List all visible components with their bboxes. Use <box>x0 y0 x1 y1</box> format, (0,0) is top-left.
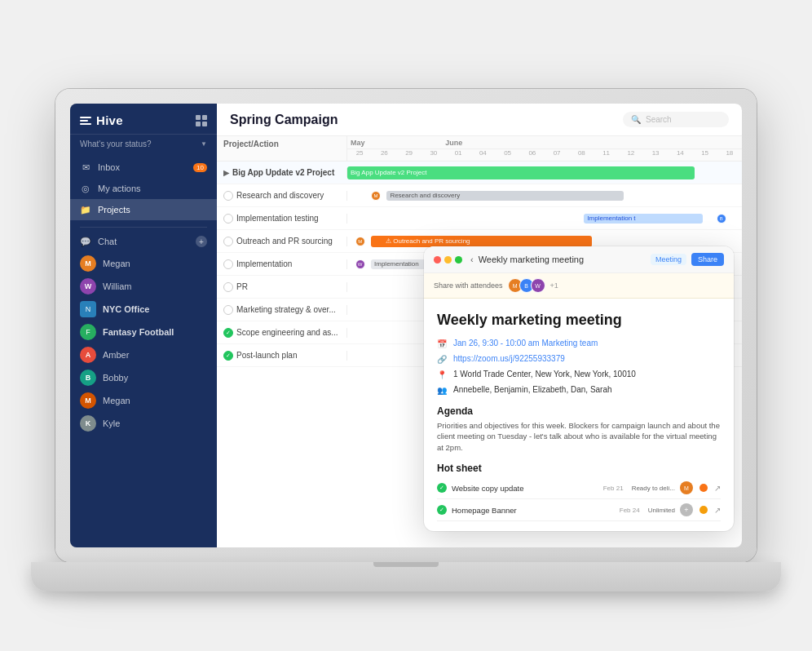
laptop-base <box>31 562 781 591</box>
group-item-fantasy[interactable]: F Fantasy Football <box>70 321 217 343</box>
row-label: Marketing strategy & over... <box>217 305 347 315</box>
my-actions-label: My actions <box>98 184 141 193</box>
folder-icon: ▶ <box>223 169 229 177</box>
bar-label: Research and discovery <box>386 192 463 199</box>
status-placeholder: What's your status? <box>80 140 152 148</box>
meeting-tag: Meeting <box>651 254 686 265</box>
status-arrow-icon: ▼ <box>201 140 207 148</box>
user-item-amber[interactable]: A Amber <box>70 343 217 366</box>
user-item-kyle[interactable]: K Kyle <box>70 412 217 435</box>
search-box[interactable]: 🔍 Search <box>623 112 729 127</box>
bar-label: Implementation t <box>584 215 638 222</box>
user-item-bobby[interactable]: B Bobby <box>70 366 217 389</box>
table-row[interactable]: ▶ Big App Update v2 Project Big App Upda… <box>217 162 742 184</box>
meeting-link-row[interactable]: 🔗 https://zoom.us/j/92255933379 <box>437 354 721 365</box>
user-label-kyle: Kyle <box>103 418 120 428</box>
maximize-button[interactable] <box>455 256 462 264</box>
gantt-bar: Research and discovery <box>386 191 623 201</box>
gantt-label-header: Project/Action <box>217 136 347 161</box>
hot-sheet-item[interactable]: ✓ Homepage Banner Feb 24 Unlimited + ↗ <box>437 499 721 521</box>
inbox-icon: ✉ <box>80 162 91 173</box>
hive-logo: Hive <box>80 113 123 127</box>
sidebar-item-projects[interactable]: 📁 Projects <box>70 199 217 220</box>
app-name: Hive <box>96 113 123 127</box>
laptop-wrapper: Hive What's your status? ▼ ✉ Inbox 10 <box>55 48 757 603</box>
row-label: ✓ Post-launch plan <box>217 351 347 361</box>
external-link-icon[interactable]: ↗ <box>714 506 721 515</box>
chat-icon: 💬 <box>80 236 91 247</box>
task-status-icon <box>223 259 233 269</box>
hot-task-label: Website copy update <box>452 484 598 493</box>
status-bar[interactable]: What's your status? ▼ <box>70 135 217 153</box>
gantt-bar-area: M Research and discovery <box>347 184 742 206</box>
sidebar-item-my-actions[interactable]: ◎ My actions <box>70 178 217 199</box>
main-header: Spring Campaign 🔍 Search <box>217 104 742 136</box>
laptop-body: Hive What's your status? ▼ ✉ Inbox 10 <box>55 89 757 562</box>
link-icon: 🔗 <box>437 355 447 365</box>
hot-task-status: Ready to deli... <box>632 485 675 492</box>
avatar-bobby: B <box>80 370 96 386</box>
user-item-megan-1[interactable]: M Megan <box>70 252 217 275</box>
location-icon: 📍 <box>437 370 447 380</box>
popup-body: Weekly marketing meeting 📅 Jan 26, 9:30 … <box>424 299 734 531</box>
sidebar-item-chat[interactable]: 💬 Chat + <box>70 231 217 252</box>
inbox-badge: 10 <box>193 163 207 172</box>
laptop-screen: Hive What's your status? ▼ ✉ Inbox 10 <box>70 104 742 547</box>
share-button[interactable]: Share <box>691 253 724 266</box>
sidebar-divider-1 <box>80 227 207 228</box>
user-label-bobby: Bobby <box>103 373 128 383</box>
group-item-nyc[interactable]: N NYC Office <box>70 298 217 321</box>
hot-task-date: Feb 21 <box>603 485 624 492</box>
attendee-avatars: M B W <box>508 278 545 293</box>
hot-task-avatar: M <box>680 481 693 494</box>
hot-task-date: Feb 24 <box>620 507 640 514</box>
task-status-done-icon: ✓ <box>223 328 233 338</box>
priority-dot <box>699 484 708 492</box>
user-item-william[interactable]: W William <box>70 275 217 298</box>
row-label: Research and discovery <box>217 191 347 201</box>
avatar-small: M <box>355 237 365 246</box>
task-complete-icon: ✓ <box>437 505 447 515</box>
chat-add-button[interactable]: + <box>196 236 207 247</box>
attendees-bar: Share with attendees M B W +1 <box>424 273 734 299</box>
agenda-text: Priorities and objectives for this week.… <box>437 420 721 453</box>
priority-dot <box>699 506 708 514</box>
attendee-avatar: W <box>531 278 545 293</box>
traffic-lights <box>434 256 462 264</box>
task-status-icon <box>223 191 233 201</box>
meeting-popup: ‹ Weekly marketing meeting Meeting Share… <box>424 246 734 531</box>
search-icon: 🔍 <box>631 115 641 124</box>
gantt-months: May June 25 26 29 30 01 04 05 <box>347 136 742 161</box>
gantt-bar: ⚠ Outreach and PR sourcing <box>371 236 592 247</box>
meeting-location: 1 World Trade Center, New York, New York… <box>453 370 636 379</box>
row-label: Implementation <box>217 259 347 269</box>
grid-icon[interactable] <box>196 115 207 126</box>
task-status-done-icon: ✓ <box>223 351 233 361</box>
table-row[interactable]: Implementation testing B Implementation … <box>217 207 742 230</box>
page-title: Spring Campaign <box>230 113 338 127</box>
sidebar-item-inbox[interactable]: ✉ Inbox 10 <box>70 157 217 178</box>
gantt-bar: Implementation t <box>584 214 702 224</box>
projects-label: Projects <box>98 205 130 215</box>
hot-sheet-title: Hot sheet <box>437 463 721 474</box>
extra-attendees-count: +1 <box>550 281 558 290</box>
task-status-icon <box>223 305 233 315</box>
group-label-fantasy: Fantasy Football <box>103 327 174 337</box>
avatar-kyle: K <box>80 415 96 432</box>
meeting-title: Weekly marketing meeting <box>437 312 721 329</box>
table-row[interactable]: Research and discovery M Research and di… <box>217 184 742 207</box>
group-icon-fantasy: F <box>80 324 96 340</box>
hot-sheet-item[interactable]: ✓ Website copy update Feb 21 Ready to de… <box>437 477 721 499</box>
back-nav[interactable]: ‹ <box>470 255 474 264</box>
user-item-megan-2[interactable]: M Megan <box>70 389 217 412</box>
avatar-small: W <box>355 259 365 269</box>
group-label-nyc: NYC Office <box>103 304 149 314</box>
meeting-date-row: 📅 Jan 26, 9:30 - 10:00 am Marketing team <box>437 339 721 349</box>
minimize-button[interactable] <box>444 256 452 264</box>
meeting-attendees-text: Annebelle, Benjamin, Elizabeth, Dan, Sar… <box>453 385 612 394</box>
external-link-icon[interactable]: ↗ <box>714 484 721 493</box>
row-label: Implementation testing <box>217 214 347 224</box>
month-labels: May June <box>347 136 742 149</box>
inbox-label: Inbox <box>98 162 120 172</box>
close-button[interactable] <box>434 256 441 264</box>
